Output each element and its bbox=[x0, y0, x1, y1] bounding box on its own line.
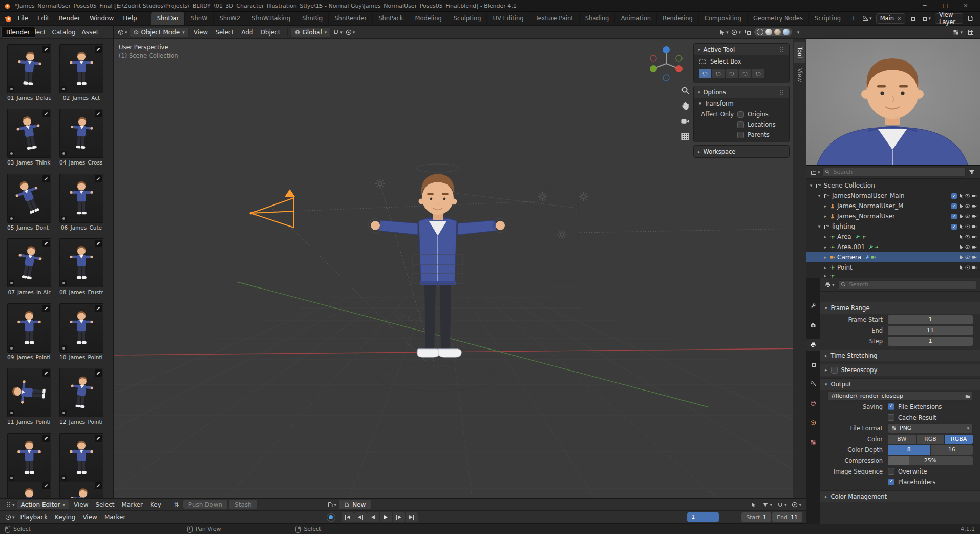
asset-thumbnail[interactable] bbox=[59, 174, 103, 223]
camera-toggle-icon[interactable] bbox=[972, 244, 977, 250]
collection-checkbox[interactable]: ✓ bbox=[951, 214, 957, 219]
jump-to-start-button[interactable] bbox=[342, 512, 354, 522]
new-view-layer-button[interactable] bbox=[966, 14, 975, 23]
topbar-menu-item[interactable]: Edit bbox=[33, 12, 54, 25]
ortho-toggle-icon[interactable] bbox=[681, 132, 690, 141]
show-gizmo-toggle[interactable]: ▾ bbox=[718, 27, 730, 37]
asset-thumbnail[interactable] bbox=[59, 368, 103, 417]
gizmo-x-neg-axis[interactable] bbox=[650, 55, 656, 61]
asset-item[interactable]: 01_James_Default bbox=[7, 44, 51, 104]
shading-options-button[interactable]: ▾ bbox=[793, 27, 803, 37]
select-mode-intersect-button[interactable] bbox=[752, 69, 764, 78]
eye-toggle-icon[interactable] bbox=[965, 234, 970, 239]
asset-item[interactable]: 10_James_Pointi... bbox=[59, 303, 103, 363]
dope-sheet-editor-type-button[interactable]: ▾ bbox=[4, 500, 16, 510]
preview-options-button[interactable] bbox=[966, 27, 976, 37]
expand-arrow-icon[interactable]: ▸ bbox=[823, 203, 828, 209]
transform-subpanel-header[interactable]: ▾ Transform bbox=[694, 98, 789, 109]
render-preview[interactable] bbox=[806, 39, 980, 166]
dope-sheet-mode-dropdown[interactable]: Action Editor▾ bbox=[17, 500, 69, 510]
placeholders-checkbox[interactable] bbox=[888, 479, 894, 485]
frame-step-field[interactable]: 1 bbox=[888, 337, 973, 346]
outliner-filter-button[interactable] bbox=[967, 167, 977, 177]
compression-slider[interactable]: 25% bbox=[888, 456, 973, 465]
topbar-menu-item[interactable]: File bbox=[13, 12, 33, 25]
view-layer-browse-button[interactable]: ▾ bbox=[920, 14, 932, 23]
orientation-dropdown[interactable]: Global▾ bbox=[291, 27, 331, 37]
asset-thumbnail[interactable] bbox=[59, 238, 103, 287]
asset-menu-item[interactable]: Asset bbox=[79, 29, 102, 36]
origins-checkbox[interactable] bbox=[737, 111, 744, 118]
drag-grip-icon[interactable] bbox=[779, 47, 785, 53]
folder-icon[interactable] bbox=[965, 394, 970, 399]
xray-toggle[interactable] bbox=[743, 27, 753, 37]
outliner-editor-type-button[interactable]: ▾ bbox=[809, 167, 821, 177]
properties-editor-type-button[interactable]: ▾ bbox=[824, 280, 836, 290]
active-tool-item[interactable]: Select Box bbox=[694, 55, 789, 68]
workspace-tab[interactable]: ShnW2 bbox=[213, 12, 246, 25]
scene-unlink-icon[interactable]: × bbox=[897, 16, 901, 22]
cursor-toggle-icon[interactable] bbox=[958, 193, 964, 198]
output-header[interactable]: ▾Output bbox=[820, 379, 980, 390]
jump-to-end-button[interactable] bbox=[406, 512, 418, 522]
options-header[interactable]: ▾ Options bbox=[694, 86, 789, 98]
cursor-toggle-icon[interactable] bbox=[958, 203, 964, 209]
only-selected-filter-toggle[interactable] bbox=[748, 500, 758, 510]
proportional-keys-button[interactable]: ▾ bbox=[791, 500, 802, 510]
asset-thumbnail[interactable] bbox=[7, 174, 51, 223]
snap-toggle[interactable]: ▾ bbox=[332, 27, 344, 37]
auto-keying-record-button[interactable] bbox=[327, 513, 335, 522]
navigation-gizmo[interactable] bbox=[647, 44, 686, 83]
camera-view-icon[interactable] bbox=[681, 117, 690, 126]
scene-selector[interactable]: Main× bbox=[876, 13, 906, 24]
drag-grip-icon[interactable] bbox=[779, 89, 785, 95]
asset-thumbnail[interactable] bbox=[59, 44, 103, 93]
overlays-toggle[interactable]: ▾ bbox=[730, 27, 742, 37]
asset-item[interactable]: 02_James_Act bbox=[59, 44, 103, 104]
outliner-row-camera-selected[interactable]: ▸ Camera bbox=[806, 252, 980, 262]
asset-item[interactable]: 12_James_Pointi... bbox=[59, 368, 103, 428]
gizmo-y-axis[interactable] bbox=[650, 65, 657, 72]
asset-item[interactable]: 06_James_Cute bbox=[59, 174, 103, 234]
filter-button[interactable]: ▾ bbox=[761, 500, 773, 510]
gizmo-y-neg-axis[interactable] bbox=[676, 55, 682, 61]
expand-arrow-icon[interactable]: ▸ bbox=[823, 244, 828, 250]
topbar-menu-item[interactable]: Render bbox=[54, 12, 85, 25]
select-mode-subtract-button[interactable] bbox=[726, 69, 738, 78]
workspace-tab[interactable]: Scripting bbox=[808, 12, 846, 25]
viewport-menu-item[interactable]: Object bbox=[257, 29, 284, 36]
tab-tool-properties[interactable] bbox=[806, 300, 820, 312]
outliner-row-collection[interactable]: ▾ JamesNormalUser_Main ✓ bbox=[806, 191, 980, 201]
asset-item[interactable]: 11_James_Pointi... bbox=[7, 368, 51, 428]
depth-option[interactable]: 16 bbox=[931, 445, 973, 455]
outliner-row-object[interactable]: ▸ James_NormalUser ✓ bbox=[806, 211, 980, 221]
camera-toggle-icon[interactable] bbox=[972, 265, 977, 270]
previous-keyframe-button[interactable] bbox=[354, 512, 367, 522]
eye-toggle-icon[interactable] bbox=[965, 255, 970, 260]
cache-result-checkbox[interactable] bbox=[888, 414, 894, 421]
stereoscopy-header[interactable]: ▸Stereoscopy bbox=[820, 364, 980, 376]
workspace-tab[interactable]: ShnW.Baking bbox=[246, 12, 296, 25]
outliner-search-input[interactable] bbox=[822, 168, 966, 177]
gizmo-z-axis[interactable] bbox=[663, 46, 670, 53]
tab-texture-properties[interactable] bbox=[806, 436, 820, 448]
dope-sheet-menu-item[interactable]: Key bbox=[146, 501, 165, 508]
close-button[interactable]: × bbox=[955, 0, 976, 11]
color-option[interactable]: BW bbox=[888, 435, 917, 444]
workspace-tab[interactable]: Animation bbox=[614, 12, 656, 25]
dope-sheet-menu-item[interactable]: View bbox=[70, 501, 92, 508]
timeline-menu-item[interactable]: View bbox=[79, 514, 100, 521]
expand-arrow-icon[interactable]: ▾ bbox=[817, 224, 822, 229]
mode-dropdown[interactable]: Object Mode▾ bbox=[130, 27, 189, 37]
workspace-tab[interactable]: Texture Paint bbox=[529, 12, 579, 25]
end-frame-field[interactable]: End11 bbox=[772, 512, 802, 522]
camera-toggle-icon[interactable] bbox=[972, 193, 977, 198]
color-option[interactable]: RGB bbox=[917, 435, 945, 444]
camera-toggle-icon[interactable] bbox=[972, 214, 977, 219]
asset-item[interactable]: 04_James_Cross... bbox=[59, 109, 103, 169]
asset-thumbnail[interactable] bbox=[59, 303, 103, 353]
outliner-row-light[interactable]: ▸ Area.001 bbox=[806, 242, 980, 252]
wireframe-shading-button[interactable] bbox=[757, 29, 763, 35]
cursor-toggle-icon[interactable] bbox=[958, 234, 964, 239]
add-workspace-button[interactable]: + bbox=[846, 12, 861, 25]
